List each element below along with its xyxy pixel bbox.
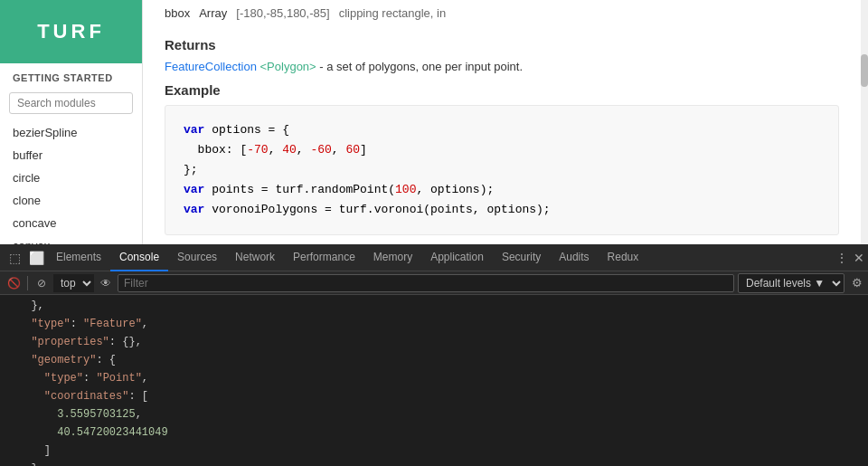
table-area: bbox Array [-180,-85,180,-85] clipping r… (165, 4, 839, 23)
returns-link1[interactable]: FeatureCollection (165, 60, 257, 73)
tab-performance[interactable]: Performance (284, 244, 364, 271)
devtools-device-icon[interactable]: ⬜ (25, 247, 47, 269)
filter-input[interactable] (118, 274, 734, 292)
code-example: var options = { bbox: [-70, 40, -60, 60]… (165, 105, 839, 235)
eye-icon[interactable]: 👁 (98, 275, 114, 291)
console-line: ] (0, 442, 868, 460)
scrollbar-thumb[interactable] (861, 54, 868, 87)
sidebar-header: TURF (0, 0, 142, 63)
devtools-more-icon[interactable]: ⋮ (835, 251, 848, 265)
tab-redux[interactable]: Redux (599, 244, 648, 271)
main-layout: TURF GETTING STARTED bezierSpline buffer… (0, 0, 868, 244)
example-title: Example (165, 82, 839, 98)
sidebar-item-buffer[interactable]: buffer (0, 144, 142, 166)
sidebar-nav: bezierSpline buffer circle clone concave… (0, 121, 142, 244)
search-input[interactable] (9, 92, 133, 114)
code-line-3: }; (184, 160, 820, 180)
console-filter-icon[interactable]: ⊘ (33, 275, 50, 291)
param-default: [-180,-85,180,-85] (236, 4, 338, 23)
console-line: "geometry": { (0, 351, 868, 369)
code-line-4: var points = turf.randomPoint(100, optio… (184, 180, 820, 200)
tab-application[interactable]: Application (421, 244, 493, 271)
clear-console-icon[interactable]: 🚫 (5, 275, 22, 291)
console-line: "type": "Point", (0, 369, 868, 387)
tab-security[interactable]: Security (493, 244, 550, 271)
devtools-panel: ⬚ ⬜ Elements Console Sources Network Per… (0, 244, 868, 466)
sidebar-section-title: GETTING STARTED (0, 63, 142, 89)
returns-title: Returns (165, 37, 839, 52)
devtools-tabbar: ⬚ ⬜ Elements Console Sources Network Per… (0, 244, 868, 271)
devtools-end-icons: ⋮ ✕ (835, 251, 864, 265)
console-line: 3.5595703125, (0, 405, 868, 423)
sidebar: TURF GETTING STARTED bezierSpline buffer… (0, 0, 143, 244)
returns-desc: - a set of polygons, one per input point… (319, 60, 523, 73)
tab-sources[interactable]: Sources (168, 244, 226, 271)
console-output[interactable]: }, "type": "Feature", "properties": {}, … (0, 295, 868, 466)
devtools-close-icon[interactable]: ✕ (854, 251, 864, 265)
console-line: }, (0, 297, 868, 315)
sidebar-item-circle[interactable]: circle (0, 166, 142, 189)
param-type: Array (199, 4, 236, 23)
console-line: "properties": {}, (0, 333, 868, 351)
console-line: } (0, 460, 868, 466)
sidebar-item-bezierSpline[interactable]: bezierSpline (0, 121, 142, 144)
param-name: bbox (165, 4, 199, 23)
tab-console[interactable]: Console (110, 244, 168, 271)
main-content: bbox Array [-180,-85,180,-85] clipping r… (143, 0, 861, 244)
code-line-5: var voronoiPolygons = turf.voronoi(point… (184, 200, 820, 220)
params-table: bbox Array [-180,-85,180,-85] clipping r… (165, 4, 455, 23)
settings-gear-icon[interactable]: ⚙ (852, 276, 863, 290)
console-line: 40.54720023441049 (0, 423, 868, 442)
tab-network[interactable]: Network (226, 244, 284, 271)
devtools-inspect-icon[interactable]: ⬚ (4, 247, 25, 269)
devtools-toolbar: 🚫 ⊘ top 👁 Default levels ▼ ⚙ (0, 271, 868, 295)
param-desc: clipping rectangle, in (339, 4, 456, 23)
tab-elements[interactable]: Elements (47, 244, 110, 271)
console-line: "coordinates": [ (0, 387, 868, 405)
scrollbar-track[interactable] (861, 0, 868, 244)
context-select[interactable]: top (53, 274, 94, 292)
sidebar-item-concave[interactable]: concave (0, 212, 142, 234)
tab-memory[interactable]: Memory (364, 244, 421, 271)
toolbar-sep1 (27, 276, 28, 290)
returns-link2[interactable]: <Polygon> (260, 60, 316, 73)
code-line-2: bbox: [-70, 40, -60, 60] (184, 140, 820, 160)
sidebar-item-convex[interactable]: convex (0, 234, 142, 244)
sidebar-logo: TURF (37, 20, 105, 43)
table-row: bbox Array [-180,-85,180,-85] clipping r… (165, 4, 455, 23)
tab-audits[interactable]: Audits (550, 244, 598, 271)
returns-text: FeatureCollection <Polygon> - a set of p… (165, 60, 839, 73)
sidebar-search (0, 89, 142, 121)
sidebar-item-clone[interactable]: clone (0, 189, 142, 212)
code-line-1: var options = { (184, 120, 820, 140)
log-level-select[interactable]: Default levels ▼ (738, 273, 844, 293)
console-line: "type": "Feature", (0, 315, 868, 333)
